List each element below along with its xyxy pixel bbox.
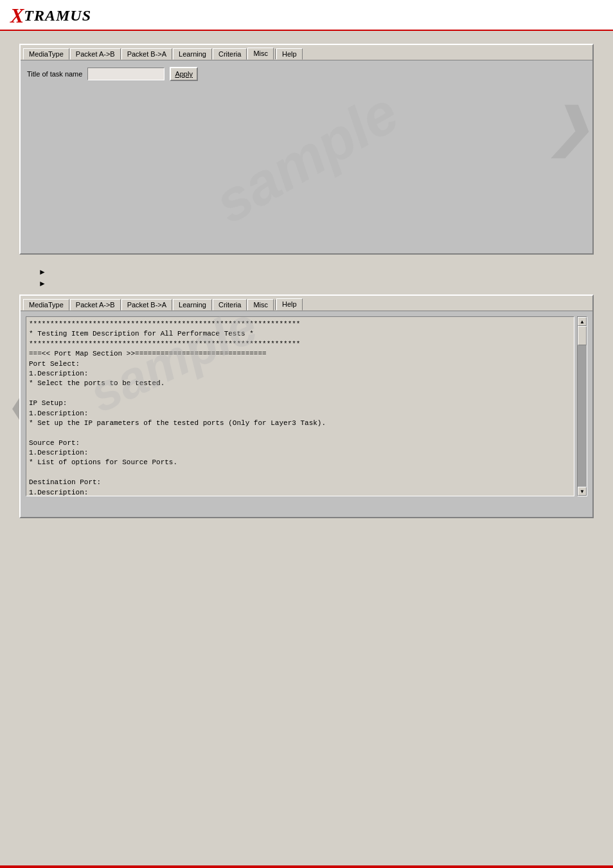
tab-packet-ba-2[interactable]: Packet B->A xyxy=(121,299,172,311)
help-text-wrapper: ****************************************… xyxy=(26,316,587,512)
tab-separator-2 xyxy=(275,300,276,310)
help-line2: * Testing Item Description for All Perfo… xyxy=(29,329,571,339)
help-line5: ===<< Port Map Section >>===============… xyxy=(29,349,571,359)
panel1-body: Title of task name Apply sample xyxy=(21,60,592,253)
help-line9 xyxy=(29,389,571,399)
panel2-tab-bar: MediaType Packet A->B Packet B->A Learni… xyxy=(21,296,592,311)
panel2-wrapper: ❮ MediaType Packet A->B Packet B->A Lear… xyxy=(19,294,594,518)
panel1: MediaType Packet A->B Packet B->A Learni… xyxy=(19,44,594,255)
tab-misc-1[interactable]: Misc xyxy=(247,48,274,60)
bullet-arrow-2: ► xyxy=(39,279,46,288)
help-text-area: ****************************************… xyxy=(26,316,574,496)
tab-misc-2[interactable]: Misc xyxy=(247,299,274,311)
scrollbar-up[interactable]: ▲ xyxy=(578,317,587,326)
help-line8: * Select the ports to be tested. xyxy=(29,379,571,388)
tab-help-2[interactable]: Help xyxy=(276,298,303,311)
help-scrollbar: ▲ ▼ xyxy=(577,316,587,496)
tab-packet-ab-1[interactable]: Packet A->B xyxy=(70,48,121,60)
help-line3: ****************************************… xyxy=(29,339,571,349)
help-line10: IP Setup: xyxy=(29,399,571,408)
tab-criteria-2[interactable]: Criteria xyxy=(213,299,247,311)
scrollbar-down[interactable]: ▼ xyxy=(578,487,587,496)
help-line17 xyxy=(29,468,571,478)
help-line1: ****************************************… xyxy=(29,320,571,329)
help-line14: Source Port: xyxy=(29,439,571,448)
scrollbar-track xyxy=(578,326,587,487)
help-line6: Port Select: xyxy=(29,359,571,369)
help-line16: * List of options for Source Ports. xyxy=(29,458,571,467)
watermark: sample xyxy=(204,79,409,236)
header: X TRAMUS xyxy=(0,0,613,31)
tab-packet-ab-2[interactable]: Packet A->B xyxy=(70,299,121,311)
tab-mediatype-2[interactable]: MediaType xyxy=(23,299,69,311)
title-label: Title of task name xyxy=(27,70,82,78)
tab-criteria-1[interactable]: Criteria xyxy=(213,48,247,60)
logo-tramus: TRAMUS xyxy=(24,7,91,24)
panel2: MediaType Packet A->B Packet B->A Learni… xyxy=(19,294,594,518)
bullet-section: ► ► xyxy=(39,267,594,288)
task-name-row: Title of task name Apply xyxy=(27,67,586,81)
help-line12: * Set up the IP parameters of the tested… xyxy=(29,419,571,428)
help-line19: 1.Description: xyxy=(29,488,571,496)
panel2-body: sample *********************************… xyxy=(21,311,592,517)
panel1-wrapper: MediaType Packet A->B Packet B->A Learni… xyxy=(19,44,594,255)
panel1-tab-bar: MediaType Packet A->B Packet B->A Learni… xyxy=(21,45,592,60)
help-line7: 1.Description: xyxy=(29,369,571,379)
help-line18: Destination Port: xyxy=(29,478,571,487)
bullet-arrow-1: ► xyxy=(39,267,46,276)
tab-packet-ba-1[interactable]: Packet B->A xyxy=(121,48,172,60)
tab-separator-1 xyxy=(275,49,276,59)
main-content: MediaType Packet A->B Packet B->A Learni… xyxy=(0,31,613,544)
scrollbar-thumb[interactable] xyxy=(578,326,587,345)
task-name-input[interactable] xyxy=(87,68,164,80)
help-line13 xyxy=(29,428,571,438)
help-line15: 1.Description: xyxy=(29,448,571,458)
logo-x: X xyxy=(10,5,24,26)
bullet-item-1: ► xyxy=(39,267,594,276)
bullet-item-2: ► xyxy=(39,279,594,288)
tab-help-1[interactable]: Help xyxy=(276,48,303,60)
tab-mediatype-1[interactable]: MediaType xyxy=(23,48,69,60)
help-line11: 1.Description: xyxy=(29,409,571,419)
tab-learning-2[interactable]: Learning xyxy=(173,299,212,311)
tab-learning-1[interactable]: Learning xyxy=(173,48,212,60)
apply-button[interactable]: Apply xyxy=(170,67,198,81)
bottom-bar xyxy=(0,865,613,868)
